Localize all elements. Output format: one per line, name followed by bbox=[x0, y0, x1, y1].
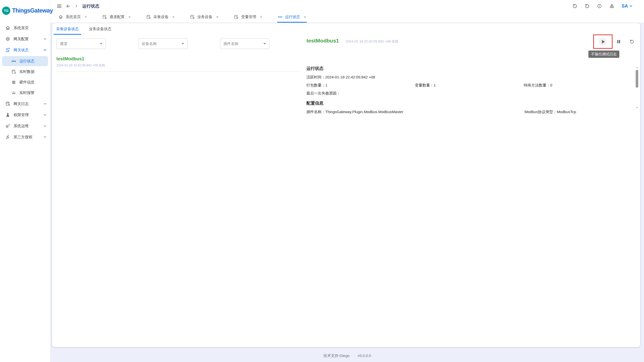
dots-route-icon bbox=[278, 15, 283, 19]
sidebar-subitem-running-status[interactable]: 运行状态 bbox=[2, 56, 48, 66]
chevron-down-icon bbox=[44, 136, 47, 138]
scroll-up-icon[interactable]: ▲ bbox=[636, 67, 638, 69]
sidebar-subitem-hardware-info[interactable]: 硬件信息 bbox=[2, 77, 48, 87]
tab-business-devices[interactable]: 业务设备 × bbox=[189, 12, 219, 23]
home-icon bbox=[58, 15, 63, 19]
caret-down-icon bbox=[182, 43, 184, 44]
sidebar-item-gateway-logs[interactable]: 网关日志 bbox=[0, 98, 50, 109]
play-button[interactable] bbox=[599, 38, 607, 46]
alarm-icon bbox=[11, 90, 16, 95]
row-active-time: 活跃时间： 2024-01-18 22:42:05:842 +08 bbox=[306, 75, 630, 79]
components-shapes-icon[interactable] bbox=[609, 4, 614, 9]
device-list: testModbus1 2024-01-18 22:42:05:842 +08 … bbox=[56, 56, 299, 72]
hamburger-icon[interactable] bbox=[57, 4, 62, 9]
sidebar-subitem-realtime-alarm[interactable]: 实时报警 bbox=[2, 88, 48, 98]
tab-home[interactable]: 系统首页 × bbox=[58, 12, 87, 23]
detail-header: testModbus1 2024-01-18 22:42:05:842 +08 … bbox=[306, 38, 630, 44]
sidebar-item-gateway-config[interactable]: 网关配置 bbox=[0, 33, 50, 44]
section-title-config: 配置信息 bbox=[306, 100, 630, 106]
gears-icon bbox=[5, 123, 10, 128]
info-icon[interactable] bbox=[597, 4, 602, 9]
gear-icon bbox=[5, 36, 10, 41]
footer: 技术支持-Diego v5.0.0.0 bbox=[50, 353, 644, 358]
filter-row: 通道 设备名称 插件名称 bbox=[56, 38, 269, 49]
sidebar-item-label: 系统运维 bbox=[14, 124, 29, 128]
status-card: 采集设备状态 业务设备状态 通道 设备名称 插件名称 bbox=[52, 23, 640, 347]
detail-device-name: testModbus1 bbox=[306, 38, 339, 44]
sidebar-subitem-label: 硬件信息 bbox=[19, 80, 34, 85]
database-gear-icon bbox=[234, 15, 238, 19]
channel-select[interactable]: 通道 bbox=[56, 38, 106, 49]
tab-collect-devices[interactable]: 采集设备 × bbox=[146, 12, 175, 23]
sidebar-subitem-label: 实时报警 bbox=[19, 90, 34, 95]
tab-close-icon[interactable]: × bbox=[85, 15, 87, 19]
restart-icon[interactable] bbox=[585, 4, 590, 9]
tab-label: 通道配置 bbox=[109, 15, 125, 19]
tab-close-icon[interactable]: × bbox=[304, 15, 306, 19]
page-title: 运行状态 bbox=[82, 3, 99, 9]
refresh-button[interactable] bbox=[629, 39, 634, 44]
tab-label: 变量管理 bbox=[241, 15, 256, 19]
plugin-name-select[interactable]: 插件名称 bbox=[220, 38, 269, 49]
subtab-business-device-status[interactable]: 业务设备状态 bbox=[86, 26, 114, 35]
pack-count: 打包数量：1 bbox=[306, 83, 415, 87]
sidebar-subitem-realtime-data[interactable]: 实时数据 bbox=[2, 67, 48, 77]
list-item-device[interactable]: testModbus1 2024-01-18 22:42:05:842 +08 … bbox=[56, 56, 299, 72]
tab-running-status[interactable]: 运行状态 × bbox=[277, 12, 307, 23]
open-tabs-bar: 系统首页 × 通道配置 × 采集设备 × 业务设备 × bbox=[50, 12, 644, 23]
tab-label: 采集设备 bbox=[153, 15, 169, 19]
tab-close-icon[interactable]: × bbox=[172, 15, 175, 19]
device-name: testModbus1 bbox=[56, 56, 299, 62]
subtab-collect-device-status[interactable]: 采集设备状态 bbox=[54, 26, 81, 35]
detail-toolbar bbox=[593, 34, 634, 49]
chevron-down-icon bbox=[44, 125, 47, 127]
database-gear-icon bbox=[146, 15, 151, 19]
sidebar-item-label: 网关配置 bbox=[14, 37, 29, 41]
caret-down-icon bbox=[100, 43, 102, 44]
refresh-icon[interactable] bbox=[572, 4, 577, 9]
device-detail-panel: testModbus1 2024-01-18 22:42:05:842 +08 … bbox=[306, 38, 630, 114]
sidebar-item-home[interactable]: 系统首页 bbox=[0, 22, 50, 33]
pause-button[interactable] bbox=[616, 39, 621, 44]
tab-close-icon[interactable]: × bbox=[128, 15, 131, 19]
sidebar-item-label: 第三方授权 bbox=[14, 135, 32, 140]
scrollbar-thumb[interactable] bbox=[636, 70, 638, 88]
sidebar-item-permissions[interactable]: 权限管理 bbox=[0, 109, 50, 120]
active-time-label: 活跃时间： bbox=[306, 75, 325, 79]
detail-device-timestamp: 2024-01-18 22:42:05:842 +08 在线 bbox=[346, 39, 398, 44]
device-name-select[interactable]: 设备名称 bbox=[138, 38, 188, 49]
back-arrow-icon[interactable] bbox=[66, 4, 71, 9]
footer-support-text: 技术支持-Diego bbox=[323, 353, 349, 358]
chip-icon bbox=[11, 80, 16, 85]
navbar-left: 运行状态 bbox=[57, 3, 99, 9]
chevron-down-icon bbox=[44, 114, 47, 116]
tab-variable-management[interactable]: 变量管理 × bbox=[233, 12, 263, 23]
active-time-value: 2024-01-18 22:42:05:842 +08 bbox=[325, 75, 375, 79]
play-icon bbox=[602, 40, 605, 43]
row-plugin: 插件名称：ThingsGateway.Plugin.Modbus.ModbusM… bbox=[306, 109, 630, 114]
tab-channel-config[interactable]: 通道配置 × bbox=[102, 12, 131, 23]
tab-close-icon[interactable]: × bbox=[216, 15, 218, 19]
plugin-name-select-value: 插件名称 bbox=[223, 41, 238, 46]
channel-select-value: 通道 bbox=[60, 41, 67, 46]
user-menu[interactable]: SA bbox=[622, 4, 632, 9]
sidebar-item-third-party-auth[interactable]: 第三方授权 bbox=[0, 131, 50, 143]
tab-close-icon[interactable]: × bbox=[260, 15, 262, 19]
database-refresh-icon bbox=[11, 69, 16, 74]
sidebar-subitem-label: 实时数据 bbox=[19, 69, 34, 74]
device-status-subtabs: 采集设备状态 业务设备状态 bbox=[54, 26, 114, 35]
modbus-protocol-type: Modbus协议类型：ModbusTcp bbox=[525, 109, 576, 114]
app-logo[interactable]: TG ThingsGateway bbox=[0, 0, 50, 15]
sidebar-item-system-ops[interactable]: 系统运维 bbox=[0, 120, 50, 131]
last-fail-reason-label: 最后一次失败原因： bbox=[306, 91, 340, 96]
sidebar-item-gateway-status[interactable]: 网关状态 bbox=[0, 44, 50, 56]
section-title-run-status: 运行状态 bbox=[306, 66, 630, 71]
row-last-fail-reason: 最后一次失败原因： bbox=[306, 91, 630, 96]
app-title: ThingsGateway bbox=[12, 7, 53, 14]
special-method-count: 特殊方法数量：0 bbox=[524, 83, 552, 87]
tab-label: 业务设备 bbox=[197, 15, 212, 19]
detail-scrollbar[interactable]: ▲ ▼ bbox=[635, 67, 639, 109]
sidebar: TG ThingsGateway 系统首页 网关配置 bbox=[0, 0, 50, 362]
sidebar-item-label: 权限管理 bbox=[14, 113, 29, 117]
scroll-down-icon[interactable]: ▼ bbox=[636, 107, 638, 109]
